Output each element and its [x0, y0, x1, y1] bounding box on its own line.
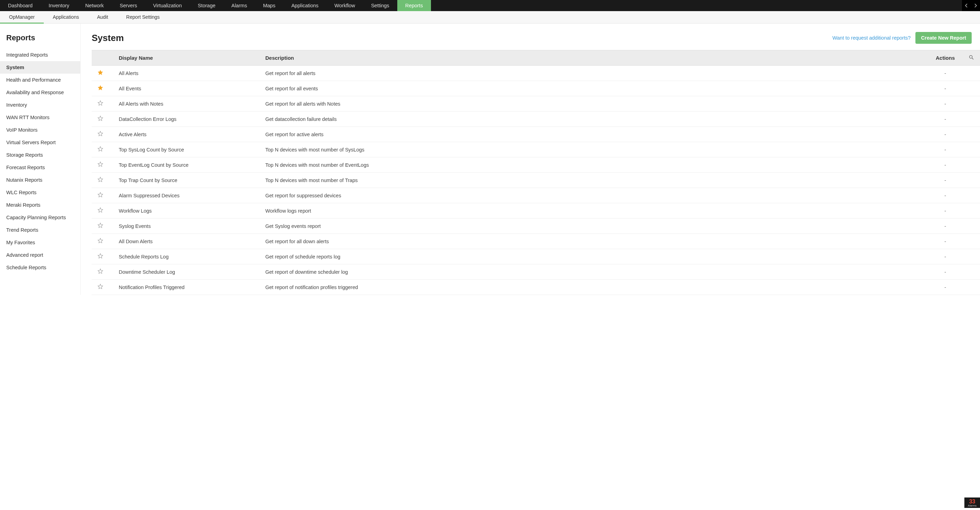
report-description: Get report for all alerts: [262, 66, 928, 81]
col-display-name[interactable]: Display Name: [113, 50, 262, 66]
report-name[interactable]: All Alerts with Notes: [113, 96, 262, 112]
favorite-toggle[interactable]: [92, 81, 113, 96]
topnav-item-applications[interactable]: Applications: [283, 0, 326, 11]
sidebar-item-wlc-reports[interactable]: WLC Reports: [0, 186, 80, 199]
topnav-item-workflow[interactable]: Workflow: [326, 0, 363, 11]
reports-table: Display Name Description Actions All Ale…: [92, 50, 980, 295]
sidebar-item-advanced-report[interactable]: Advanced report: [0, 249, 80, 261]
create-new-report-button[interactable]: Create New Report: [915, 32, 972, 44]
sidebar-item-nutanix-reports[interactable]: Nutanix Reports: [0, 174, 80, 186]
sidebar-item-forecast-reports[interactable]: Forecast Reports: [0, 161, 80, 174]
sidebar-item-schedule-reports[interactable]: Schedule Reports: [0, 261, 80, 274]
sidebar-item-capacity-planning-reports[interactable]: Capacity Planning Reports: [0, 211, 80, 224]
star-outline-icon: [97, 100, 103, 106]
sidebar-item-system[interactable]: System: [0, 61, 80, 74]
topnav-item-dashboard[interactable]: Dashboard: [0, 0, 41, 11]
sidebar-item-my-favorites[interactable]: My Favorites: [0, 236, 80, 249]
topnav-item-inventory[interactable]: Inventory: [41, 0, 78, 11]
subnav-item-applications[interactable]: Applications: [44, 11, 88, 24]
report-name[interactable]: Syslog Events: [113, 218, 262, 234]
nav-prev-button[interactable]: [962, 0, 971, 11]
report-name[interactable]: Active Alerts: [113, 127, 262, 142]
report-name[interactable]: Downtime Scheduler Log: [113, 265, 262, 280]
sidebar-item-health-and-performance[interactable]: Health and Performance: [0, 74, 80, 86]
table-row: All AlertsGet report for all alerts-: [92, 66, 980, 81]
nav-next-button[interactable]: [971, 0, 980, 11]
col-search[interactable]: [963, 50, 980, 66]
star-outline-icon: [97, 237, 103, 244]
blank-cell: [963, 234, 980, 249]
sidebar-item-virtual-servers-report[interactable]: Virtual Servers Report: [0, 136, 80, 149]
sidebar-item-integrated-reports[interactable]: Integrated Reports: [0, 49, 80, 61]
report-name[interactable]: All Alerts: [113, 66, 262, 81]
sidebar-item-storage-reports[interactable]: Storage Reports: [0, 149, 80, 161]
favorite-toggle[interactable]: [92, 265, 113, 280]
topnav-item-storage[interactable]: Storage: [190, 0, 224, 11]
sidebar-item-wan-rtt-monitors[interactable]: WAN RTT Monitors: [0, 111, 80, 124]
report-name[interactable]: Workflow Logs: [113, 203, 262, 218]
report-name[interactable]: Top Trap Count by Source: [113, 173, 262, 188]
subnav-item-opmanager[interactable]: OpManager: [0, 11, 44, 24]
table-row: DataCollection Error LogsGet datacollect…: [92, 112, 980, 127]
request-reports-link[interactable]: Want to request additional reports?: [832, 35, 910, 41]
topnav-item-settings[interactable]: Settings: [363, 0, 397, 11]
report-description: Get Syslog events report: [262, 218, 928, 234]
favorite-toggle[interactable]: [92, 249, 113, 265]
star-outline-icon: [97, 192, 103, 198]
blank-cell: [963, 142, 980, 158]
report-name[interactable]: Notification Profiles Triggered: [113, 280, 262, 295]
blank-cell: [963, 66, 980, 81]
favorite-toggle[interactable]: [92, 96, 113, 112]
favorite-toggle[interactable]: [92, 218, 113, 234]
report-name[interactable]: DataCollection Error Logs: [113, 112, 262, 127]
sidebar: Reports Integrated ReportsSystemHealth a…: [0, 24, 81, 295]
topnav-item-alarms[interactable]: Alarms: [223, 0, 255, 11]
report-description: Get datacollection failure details: [262, 112, 928, 127]
report-description: Top N devices with most number of Traps: [262, 173, 928, 188]
report-action: -: [928, 127, 963, 142]
page-title: System: [92, 33, 124, 43]
star-outline-icon: [97, 161, 103, 167]
blank-cell: [963, 280, 980, 295]
star-outline-icon: [97, 207, 103, 213]
report-name[interactable]: All Down Alerts: [113, 234, 262, 249]
sidebar-item-inventory[interactable]: Inventory: [0, 99, 80, 111]
sidebar-item-meraki-reports[interactable]: Meraki Reports: [0, 199, 80, 211]
blank-cell: [963, 203, 980, 218]
sidebar-item-availability-and-response[interactable]: Availability and Response: [0, 86, 80, 99]
report-name[interactable]: Top SysLog Count by Source: [113, 142, 262, 158]
report-action: -: [928, 81, 963, 96]
table-row: Downtime Scheduler LogGet report of down…: [92, 265, 980, 280]
favorite-toggle[interactable]: [92, 66, 113, 81]
svg-point-0: [970, 56, 972, 58]
favorite-toggle[interactable]: [92, 188, 113, 203]
sidebar-item-voip-monitors[interactable]: VoIP Monitors: [0, 124, 80, 136]
topnav-item-reports[interactable]: Reports: [397, 0, 431, 11]
favorite-toggle[interactable]: [92, 234, 113, 249]
subnav-item-report-settings[interactable]: Report Settings: [117, 11, 169, 24]
col-description[interactable]: Description: [262, 50, 928, 66]
report-description: Get report for all alerts with Notes: [262, 96, 928, 112]
col-actions[interactable]: Actions: [928, 50, 963, 66]
subnav-item-audit[interactable]: Audit: [88, 11, 117, 24]
report-description: Top N devices with most number of EventL…: [262, 158, 928, 173]
report-action: -: [928, 280, 963, 295]
topnav-item-maps[interactable]: Maps: [255, 0, 283, 11]
report-name[interactable]: Top EventLog Count by Source: [113, 158, 262, 173]
favorite-toggle[interactable]: [92, 112, 113, 127]
favorite-toggle[interactable]: [92, 203, 113, 218]
report-name[interactable]: Alarm Suppressed Devices: [113, 188, 262, 203]
star-outline-icon: [97, 253, 103, 259]
topnav-item-servers[interactable]: Servers: [112, 0, 145, 11]
favorite-toggle[interactable]: [92, 142, 113, 158]
sidebar-item-trend-reports[interactable]: Trend Reports: [0, 224, 80, 236]
topnav-item-virtualization[interactable]: Virtualization: [145, 0, 190, 11]
favorite-toggle[interactable]: [92, 158, 113, 173]
report-name[interactable]: All Events: [113, 81, 262, 96]
favorite-toggle[interactable]: [92, 280, 113, 295]
table-row: All Alerts with NotesGet report for all …: [92, 96, 980, 112]
favorite-toggle[interactable]: [92, 127, 113, 142]
topnav-item-network[interactable]: Network: [78, 0, 112, 11]
report-name[interactable]: Schedule Reports Log: [113, 249, 262, 265]
favorite-toggle[interactable]: [92, 173, 113, 188]
